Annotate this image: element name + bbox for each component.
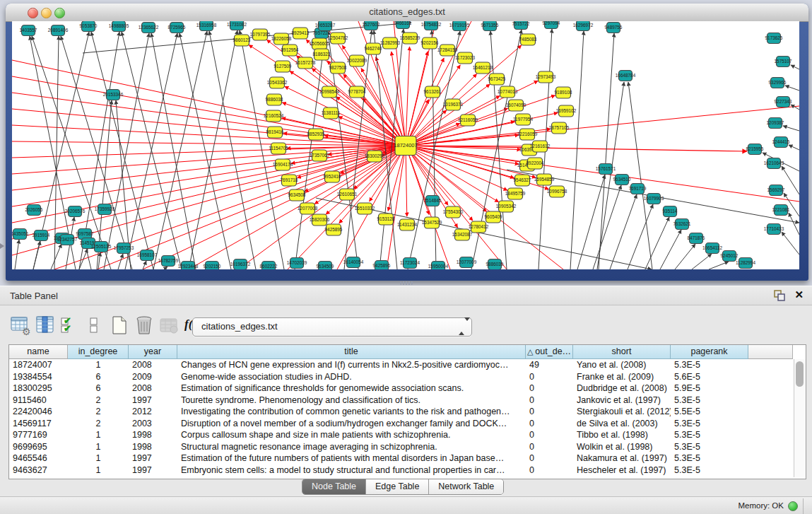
close-panel-icon[interactable]: ✕: [794, 288, 804, 301]
svg-text:9886038: 9886038: [266, 97, 283, 102]
svg-text:15316958: 15316958: [196, 23, 217, 28]
table-settings-icon[interactable]: ⚙: [10, 315, 31, 336]
memory-status-label: Memory: OK: [738, 501, 784, 510]
new-table-icon[interactable]: [109, 315, 130, 336]
cell: 0: [526, 429, 573, 441]
select-all-icon[interactable]: ✔✔: [59, 315, 81, 336]
import-table-icon-disabled[interactable]: [158, 315, 180, 336]
svg-text:10719195: 10719195: [449, 23, 470, 28]
table-row[interactable]: 977716911998Corpus callosum shape and si…: [9, 429, 793, 441]
column-header-in_degree[interactable]: in_degree: [68, 345, 129, 359]
svg-text:17284159: 17284159: [437, 47, 458, 52]
clear-selection-icon[interactable]: [84, 315, 105, 336]
cell: Hescheler et al. (1997): [573, 465, 671, 477]
cell: 1: [68, 359, 129, 371]
column-header-short[interactable]: short: [573, 345, 671, 359]
svg-text:7485083: 7485083: [519, 37, 537, 42]
sort-ascending-icon: △: [527, 347, 533, 356]
delete-table-icon[interactable]: [134, 315, 155, 336]
svg-text:12504782: 12504782: [328, 35, 348, 40]
column-header-year[interactable]: year: [129, 345, 177, 359]
svg-text:17710433: 17710433: [764, 226, 784, 231]
table-row[interactable]: 1938455462009Genome-wide association stu…: [9, 371, 793, 383]
table-vertical-scrollbar[interactable]: [794, 359, 806, 477]
svg-text:935114: 935114: [663, 209, 678, 214]
svg-text:11282994: 11282994: [736, 260, 755, 265]
svg-text:17957253: 17957253: [114, 245, 134, 250]
panel-splitter-grip[interactable]: [400, 281, 413, 285]
cell: 5.3E-5: [671, 359, 748, 371]
svg-text:15342087: 15342087: [452, 232, 473, 237]
cell: [748, 406, 793, 418]
scrollbar-thumb[interactable]: [796, 361, 804, 387]
table-row[interactable]: 911546021997Tourette syndrome. Phenomeno…: [9, 395, 793, 407]
svg-text:9097587: 9097587: [76, 231, 94, 236]
svg-text:9952416: 9952416: [324, 174, 341, 179]
window-title: citations_edges.txt: [6, 6, 808, 17]
svg-text:9634509: 9634509: [317, 264, 334, 269]
cell: 9465546: [9, 452, 68, 465]
svg-text:8929413: 8929413: [292, 30, 310, 35]
table-row[interactable]: 1456911722003Disruption of a novel membe…: [9, 418, 793, 430]
svg-text:8186323: 8186323: [313, 52, 331, 57]
svg-text:10543362: 10543362: [267, 80, 288, 85]
window-titlebar[interactable]: citations_edges.txt: [6, 4, 808, 22]
table-row[interactable]: 946554611997Estimation of the future num…: [9, 452, 793, 465]
svg-text:1403557: 1403557: [20, 28, 37, 33]
table-row[interactable]: 2242004622012Investigating the contribut…: [9, 406, 793, 418]
cell: Nakamura et al. (1997): [573, 452, 671, 465]
svg-text:7515722: 7515722: [512, 21, 530, 26]
svg-text:9886039: 9886039: [486, 262, 504, 267]
svg-text:9546327: 9546327: [514, 177, 531, 182]
svg-text:12160524: 12160524: [264, 113, 284, 118]
table-row[interactable]: 1872400712008Changes of HCN gene express…: [9, 359, 793, 371]
table-row[interactable]: 1830029562008Estimation of significance …: [9, 382, 793, 395]
memory-ok-indicator-icon[interactable]: [788, 501, 798, 511]
table-header-row: namein_degreeyeartitle△out_de…shortpager…: [9, 345, 793, 359]
table-row[interactable]: 969969511998Structural magnetic resonanc…: [9, 441, 793, 453]
table-row[interactable]: 946362711997Embryonic stem cells: a mode…: [9, 465, 793, 477]
tab-network-table[interactable]: Network Table: [429, 479, 503, 494]
cell: 18300295: [9, 382, 68, 395]
svg-text:18226058: 18226058: [271, 36, 292, 41]
table-selector-dropdown[interactable]: citations_edges.txt: [192, 317, 472, 337]
column-header-name[interactable]: name: [9, 345, 68, 359]
cell: 9699695: [9, 441, 68, 453]
svg-text:9153128: 9153128: [377, 216, 395, 221]
svg-text:11723023: 11723023: [455, 55, 475, 60]
svg-text:15347529: 15347529: [422, 220, 442, 225]
cell: Tourette syndrome. Phenomenology and cla…: [177, 395, 526, 407]
cell: Dudbridge et al. (2008): [573, 382, 671, 395]
svg-text:18757105: 18757105: [549, 125, 570, 130]
cell: 5.3E-5: [671, 418, 748, 430]
svg-text:8725965: 8725965: [168, 25, 186, 30]
svg-text:16648784: 16648784: [616, 73, 636, 78]
svg-text:16782759: 16782759: [158, 258, 179, 263]
svg-text:2026055: 2026055: [25, 207, 43, 212]
svg-text:12365622: 12365622: [139, 25, 159, 30]
column-header-pagerank[interactable]: pagerank: [671, 345, 748, 359]
cell: [748, 441, 793, 453]
cell: 1: [68, 465, 129, 477]
column-header-title[interactable]: title: [177, 345, 526, 359]
svg-text:9827508: 9827508: [329, 65, 347, 70]
collapsed-panel-arrow-icon[interactable]: [0, 243, 4, 249]
network-graph-canvas[interactable]: 1403557208914069053870149888051236562287…: [12, 21, 799, 269]
panel-title: Table Panel: [10, 291, 58, 301]
svg-text:16585239: 16585239: [400, 35, 420, 40]
float-panel-icon[interactable]: [774, 290, 785, 301]
svg-text:1575107: 1575107: [775, 59, 792, 64]
cell: 2008: [129, 382, 177, 395]
svg-text:16079903: 16079903: [644, 196, 664, 201]
cell: 0: [526, 418, 573, 430]
svg-text:9127509: 9127509: [274, 64, 292, 69]
svg-text:12342757: 12342757: [57, 237, 78, 242]
tab-node-table[interactable]: Node Table: [302, 479, 366, 494]
svg-text:11731082: 11731082: [227, 22, 247, 27]
cell: 5.3E-5: [671, 452, 748, 465]
tab-edge-table[interactable]: Edge Table: [366, 479, 429, 494]
show-column-icon[interactable]: [35, 315, 56, 336]
column-header-out_de…[interactable]: △out_de…: [526, 345, 573, 359]
cell: 1997: [129, 395, 177, 407]
svg-text:1209387: 1209387: [767, 120, 784, 125]
